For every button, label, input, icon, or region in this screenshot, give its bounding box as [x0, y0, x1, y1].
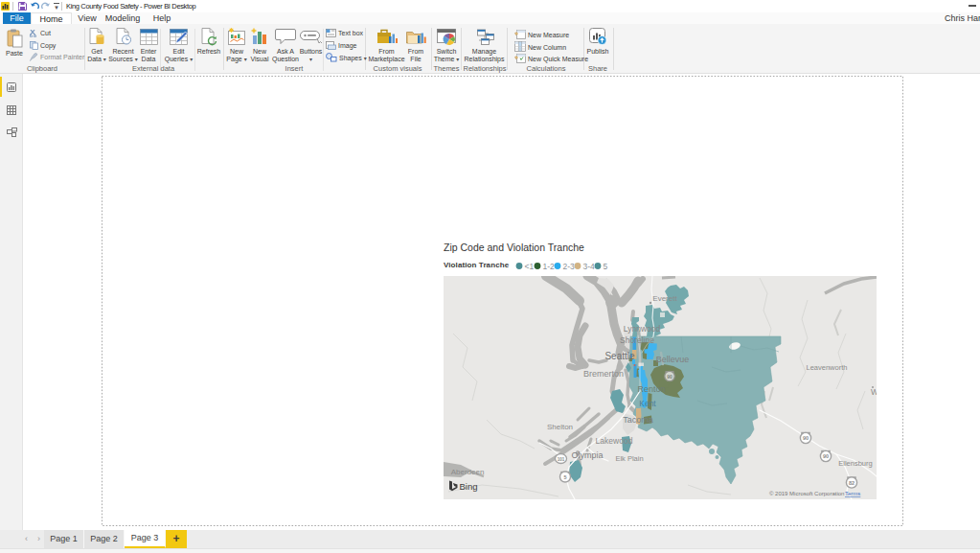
svg-text:Aberdeen: Aberdeen [451, 468, 485, 476]
svg-text:5: 5 [604, 262, 608, 271]
svg-text:2-3: 2-3 [563, 262, 576, 271]
svg-text:90: 90 [667, 374, 672, 380]
svg-text:1-2: 1-2 [543, 262, 556, 271]
svg-text:Ellensburg: Ellensburg [838, 459, 872, 468]
svg-text:Shelton: Shelton [547, 423, 573, 431]
svg-text:Bellevue: Bellevue [656, 355, 690, 364]
svg-text:Elk Plain: Elk Plain [615, 454, 643, 463]
svg-text:Shoreline: Shoreline [620, 335, 654, 345]
svg-text:101: 101 [558, 457, 565, 462]
svg-text:90: 90 [803, 435, 809, 441]
svg-text:Everett: Everett [652, 294, 677, 303]
svg-text:© 2019 Microsoft Corporation: © 2019 Microsoft Corporation [769, 491, 844, 496]
svg-text:Renton: Renton [637, 384, 665, 394]
svg-text:Lynnwood: Lynnwood [624, 324, 661, 334]
svg-text:5: 5 [563, 474, 566, 480]
svg-text:Terms: Terms [845, 491, 860, 496]
svg-text:Olympia: Olympia [571, 450, 603, 460]
svg-text:Kent: Kent [639, 399, 656, 408]
svg-text:Lakewood: Lakewood [596, 436, 633, 446]
svg-text:Bremerton: Bremerton [583, 369, 624, 379]
svg-text:<1: <1 [525, 262, 535, 271]
svg-text:Bing: Bing [460, 481, 478, 492]
svg-text:82: 82 [849, 480, 855, 486]
svg-text:W: W [871, 387, 877, 397]
svg-text:Leavenworth: Leavenworth [807, 363, 848, 372]
svg-text:90: 90 [823, 453, 829, 459]
svg-text:3-4: 3-4 [583, 262, 596, 271]
svg-text:Tacoma: Tacoma [623, 415, 653, 425]
svg-text:Seattle: Seattle [604, 351, 635, 361]
